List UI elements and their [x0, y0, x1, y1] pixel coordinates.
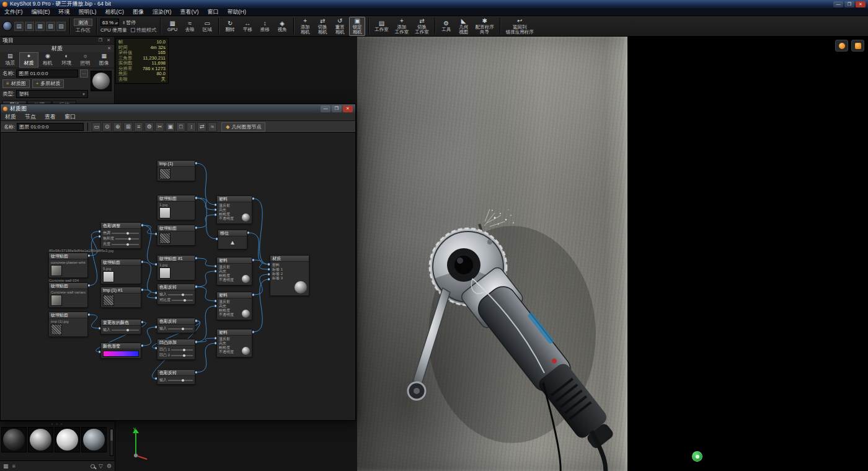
- filter-icon[interactable]: ▽: [99, 462, 103, 470]
- graph-node-bump-add[interactable]: 凹凸添加凹凸 1凹凸 2: [157, 339, 195, 360]
- geometry-node-button[interactable]: ◆ 几何图形节点: [221, 122, 265, 132]
- tab-camera[interactable]: ◉相机: [38, 52, 57, 68]
- close-icon[interactable]: ✕: [105, 38, 112, 43]
- switch-camera-button[interactable]: ⇄切换相机: [314, 17, 330, 36]
- graph-node-tex-a[interactable]: tmp (1): [157, 160, 195, 181]
- menu-item[interactable]: 编辑(E): [27, 8, 55, 16]
- graph-node-displace[interactable]: 移位▲: [218, 230, 247, 249]
- save-icon[interactable]: ▭: [92, 122, 101, 132]
- menu-item[interactable]: 照明(L): [74, 8, 101, 16]
- perspective-button[interactable]: ◈视角: [274, 17, 290, 36]
- graph-node-tex-e[interactable]: 纹理贴图: [157, 225, 195, 246]
- arrange-horizontal-icon[interactable]: ⇄: [197, 122, 206, 132]
- noise-icon[interactable]: ≈: [208, 122, 217, 132]
- gear-icon[interactable]: ⚙: [144, 122, 154, 132]
- arrange-vertical-icon[interactable]: ↕: [187, 122, 196, 132]
- spinner-arrows-icon[interactable]: ▴▾: [115, 20, 117, 25]
- close-button[interactable]: ✕: [856, 1, 866, 7]
- graph-node-tex-l[interactable]: tmp (1) #1: [100, 287, 141, 308]
- slider[interactable]: [171, 355, 193, 356]
- add-camera-button[interactable]: +添加相机: [297, 17, 313, 36]
- close-button[interactable]: ✕: [343, 105, 353, 112]
- menu-item[interactable]: 节点: [20, 113, 40, 121]
- graph-window-titlebar[interactable]: 材质图 — ❐ ✕: [1, 104, 355, 113]
- graph-node-plastic-1[interactable]: 塑料漫反射高光粗糙度不透明度: [216, 195, 252, 224]
- performance-mode-checkbox[interactable]: 性能模式: [131, 27, 156, 34]
- environment-quick-access-icon[interactable]: [851, 40, 864, 52]
- graph-node-material[interactable]: 材质塑料标签 1标签 2标签 3: [270, 255, 309, 296]
- material-sphere-thumbnail[interactable]: [28, 427, 53, 452]
- studio-button[interactable]: ▤工作室: [372, 17, 391, 36]
- menu-item[interactable]: 材质: [1, 113, 20, 121]
- tools-button[interactable]: ⚙工具: [438, 17, 454, 36]
- close-icon[interactable]: ✕: [106, 45, 112, 52]
- graph-node-invert-1[interactable]: 色彩反转输入对比度: [157, 284, 195, 305]
- geometry-view-button[interactable]: ◣几何视图: [456, 17, 472, 36]
- tab-material[interactable]: ●材质: [19, 52, 38, 68]
- slider[interactable]: [112, 233, 139, 234]
- menu-item[interactable]: 帮助(H): [223, 8, 251, 16]
- add-studio-button[interactable]: +添加工作室: [392, 17, 412, 36]
- graph-name-input[interactable]: [17, 123, 84, 131]
- slider[interactable]: [112, 244, 139, 245]
- slider[interactable]: [168, 328, 193, 330]
- graph-node-tex-k[interactable]: Concrete wall 034纹理贴图Concrete wall varia…: [48, 282, 88, 308]
- material-quick-access-icon[interactable]: [835, 40, 848, 52]
- library-drag-handle[interactable]: • • •: [0, 421, 115, 427]
- tab-scene[interactable]: ▤场景: [1, 52, 19, 68]
- graph-node-tex-h[interactable]: 纹理贴图5.jpg: [100, 259, 141, 284]
- graph-node-tex-g[interactable]: 85e58c37188a9d84a1a185bd8f5c3.jpg纹理贴图con…: [48, 253, 88, 278]
- return-link-button[interactable]: ↩返回到链接应用程序: [503, 17, 536, 36]
- graph-node-plastic-2[interactable]: 塑料漫反射高光粗糙度不透明度: [216, 257, 252, 285]
- menu-item[interactable]: 文件(F): [0, 8, 27, 16]
- material-sphere-thumbnail[interactable]: [55, 427, 80, 452]
- slider[interactable]: [172, 300, 193, 301]
- thumbnail-view-icon[interactable]: ▦: [3, 462, 9, 470]
- menu-item[interactable]: 环境: [55, 8, 74, 16]
- search-icon[interactable]: [91, 464, 95, 469]
- graph-node-tex-b[interactable]: 纹理贴图1.jpg: [157, 195, 195, 220]
- region-button[interactable]: ▭区域: [199, 17, 215, 36]
- switch-studio-button[interactable]: ⇄切换工作室: [412, 17, 432, 36]
- maximize-button[interactable]: ❐: [844, 1, 854, 7]
- graph-node-invert-3[interactable]: 色彩反转输入: [157, 369, 195, 385]
- graph-node-adjust-1[interactable]: 色彩调整色调饱和度亮度: [100, 222, 141, 249]
- material-preview-sphere[interactable]: [91, 71, 112, 91]
- tab-environment[interactable]: ◐环境: [57, 52, 76, 68]
- graph-node-invert-2[interactable]: 色彩反转输入: [157, 318, 195, 333]
- slider[interactable]: [115, 238, 139, 240]
- clear-button[interactable]: 测清: [74, 19, 92, 26]
- pause-button[interactable]: ‖暂停: [123, 19, 136, 26]
- gradient-swatch[interactable]: [103, 351, 139, 357]
- slider[interactable]: [171, 349, 193, 351]
- frame-selection-icon[interactable]: ▣: [166, 122, 175, 132]
- reset-camera-button[interactable]: ↺重置相机: [332, 17, 348, 36]
- menu-item[interactable]: 窗口: [203, 8, 223, 16]
- slider[interactable]: [168, 294, 193, 295]
- grid-snap-icon[interactable]: ⊞: [123, 122, 133, 132]
- render-ball-icon[interactable]: [2, 21, 12, 31]
- tab-lighting[interactable]: ☼照明: [76, 52, 94, 68]
- tumble-button[interactable]: ↻翻转: [222, 17, 238, 36]
- layout-split-icon[interactable]: ▥: [25, 22, 34, 31]
- menu-item[interactable]: 查看(V): [176, 8, 203, 16]
- node-canvas[interactable]: tmp (1)纹理贴图1.jpg塑料漫反射高光粗糙度不透明度色彩调整色调饱和度亮…: [1, 133, 355, 420]
- material-graph-button[interactable]: ≡材质图: [2, 79, 30, 88]
- preview-sphere-icon[interactable]: ⊙: [102, 122, 112, 132]
- maximize-button[interactable]: ❐: [332, 105, 342, 112]
- pan-button[interactable]: ↔平移: [239, 17, 255, 36]
- gpu-button[interactable]: ▦GPU: [164, 17, 180, 36]
- material-type-select[interactable]: 塑料▼: [16, 90, 88, 98]
- layout-right-icon[interactable]: ▨: [56, 22, 66, 31]
- online-help-badge[interactable]: [692, 451, 702, 462]
- minimize-button[interactable]: —: [833, 1, 843, 7]
- list-view-icon[interactable]: ≡: [12, 462, 16, 470]
- material-sphere-thumbnail[interactable]: [81, 427, 107, 452]
- layout-full-icon[interactable]: ▤: [14, 22, 24, 31]
- library-scrollbar[interactable]: [110, 429, 113, 456]
- cut-icon[interactable]: ✂: [155, 122, 164, 132]
- menu-item[interactable]: 渲染(R): [148, 8, 176, 16]
- material-name-input[interactable]: [16, 70, 78, 78]
- minimize-button[interactable]: —: [321, 105, 330, 112]
- graph-node-recolor[interactable]: 要更改的颜色输入: [100, 319, 141, 334]
